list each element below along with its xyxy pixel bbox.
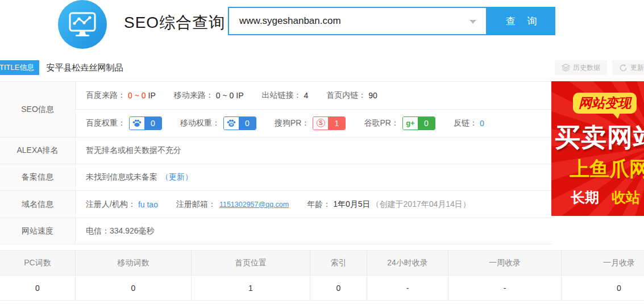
page-title: SEO综合查询 bbox=[124, 12, 225, 34]
domain-age-value: 1年0月5日 bbox=[333, 199, 370, 210]
registrant-link[interactable]: fu tao bbox=[138, 200, 158, 209]
home-position-value[interactable]: 1 bbox=[192, 276, 310, 300]
title-bar: TITLE信息 安平县松垚丝网制品 历史数据 更新 bbox=[0, 60, 644, 76]
month-included-value[interactable]: 0 bbox=[562, 276, 644, 300]
svg-text:M: M bbox=[230, 123, 232, 126]
domain-row: 域名信息 注册人/机构： fu tao 注册邮箱： 1151302957@qq.… bbox=[0, 191, 551, 218]
icp-row: 备案信息 未找到信息或未备案 （更新） bbox=[0, 164, 551, 191]
icp-update-link[interactable]: （更新） bbox=[161, 172, 193, 182]
col-24h-included: 24小时收录 bbox=[367, 251, 448, 275]
icp-label: 备案信息 bbox=[0, 164, 76, 190]
refresh-button[interactable]: 更新 bbox=[612, 60, 644, 75]
seo-info-label: SEO信息 bbox=[0, 82, 76, 137]
speed-value: 电信：334.926毫秒 bbox=[86, 226, 155, 236]
header: SEO综合查询 查 询 bbox=[0, 0, 644, 52]
ad-subheadline: 上鱼爪网 bbox=[570, 156, 644, 182]
icp-value: 未找到信息或未备案 bbox=[86, 172, 157, 182]
outlinks-value: 4 bbox=[304, 91, 309, 100]
search-bar: 查 询 bbox=[228, 7, 555, 35]
baidu-traffic-value: 0 ~ 0 bbox=[128, 91, 146, 100]
col-index: 索引 bbox=[310, 251, 367, 275]
speed-row: 网站速度 电信：334.926毫秒 bbox=[0, 218, 551, 244]
google-plus-icon: g+ bbox=[406, 119, 415, 127]
mobile-words-value[interactable]: 0 bbox=[76, 276, 192, 300]
alexa-value: 暂无排名或相关数据不充分 bbox=[86, 145, 181, 156]
baidu-paw-icon bbox=[130, 117, 144, 130]
mobile-traffic-value: 0 ~ 0 bbox=[216, 91, 234, 100]
col-mobile-words: 移动词数 bbox=[76, 251, 192, 275]
chevron-down-icon[interactable] bbox=[470, 20, 476, 24]
col-pc-words: PC词数 bbox=[0, 251, 76, 275]
app-logo bbox=[58, 0, 107, 49]
refresh-icon bbox=[619, 64, 628, 72]
alexa-row: ALEXA排名 暂无排名或相关数据不充分 bbox=[0, 138, 551, 164]
ad-headline: 买卖网站 bbox=[555, 120, 644, 155]
stats-value-row: 0 0 1 0 - - 0 bbox=[0, 276, 644, 301]
search-input[interactable] bbox=[228, 7, 487, 35]
alexa-label: ALEXA排名 bbox=[0, 138, 76, 164]
seo-info-row: SEO信息 百度来路： 0 ~ 0 IP 移动来路： 0 ~ 0 IP 出站链接… bbox=[0, 82, 551, 138]
h24-included-value: - bbox=[367, 276, 448, 300]
homelinks-value: 90 bbox=[368, 91, 377, 100]
traffic-row: 百度来路： 0 ~ 0 IP 移动来路： 0 ~ 0 IP 出站链接： 4 首页… bbox=[76, 82, 551, 109]
sogou-pr-badge[interactable]: S 1 bbox=[313, 116, 346, 130]
site-title: 安平县松垚丝网制品 bbox=[46, 63, 123, 73]
col-home-position: 首页位置 bbox=[192, 251, 310, 275]
seo-query-page: SEO综合查询 查 询 TITLE信息 安平县松垚丝网制品 历史数据 更新 bbox=[0, 0, 644, 304]
col-month-included: 一月收录 bbox=[562, 251, 644, 275]
history-data-button[interactable]: 历史数据 bbox=[555, 60, 607, 75]
mobile-weight-badge[interactable]: M 0 bbox=[223, 116, 256, 130]
keyword-stats-table: PC词数 移动词数 首页位置 索引 24小时收录 一周收录 一月收录 0 0 1… bbox=[0, 250, 644, 301]
index-value[interactable]: 0 bbox=[310, 276, 367, 300]
sogou-icon: S bbox=[317, 119, 325, 127]
title-info-badge: TITLE信息 bbox=[0, 60, 39, 75]
google-pr-badge[interactable]: g+ 0 bbox=[402, 116, 435, 130]
monitor-chart-icon bbox=[68, 11, 97, 38]
week-included-value: - bbox=[448, 276, 562, 300]
query-button[interactable]: 查 询 bbox=[487, 7, 555, 35]
stats-header-row: PC词数 移动词数 首页位置 索引 24小时收录 一周收录 一月收录 bbox=[0, 251, 644, 276]
seo-info-table: SEO信息 百度来路： 0 ~ 0 IP 移动来路： 0 ~ 0 IP 出站链接… bbox=[0, 81, 551, 244]
rank-row: 百度权重： 0 移动权重： bbox=[76, 109, 551, 136]
layers-icon bbox=[562, 64, 570, 72]
baidu-weight-badge[interactable]: 0 bbox=[129, 116, 162, 130]
ad-bubble-text: 网站变现 bbox=[573, 93, 637, 114]
registrant-email-link[interactable]: 1151302957@qq.com bbox=[219, 201, 289, 209]
domain-created-note: （创建于2017年04月14日） bbox=[372, 199, 471, 210]
backlinks-link[interactable]: 0 bbox=[480, 119, 484, 128]
col-week-included: 一周收录 bbox=[448, 251, 562, 275]
speed-label: 网站速度 bbox=[0, 218, 76, 244]
baidu-mobile-paw-icon: M bbox=[224, 117, 239, 130]
ad-banner[interactable]: 网站变现 买卖网站 上鱼爪网 长期 收站 bbox=[551, 81, 644, 216]
ad-footer-text: 长期 收站 bbox=[571, 188, 644, 207]
pc-words-value[interactable]: 0 bbox=[0, 276, 76, 300]
domain-label: 域名信息 bbox=[0, 191, 76, 218]
